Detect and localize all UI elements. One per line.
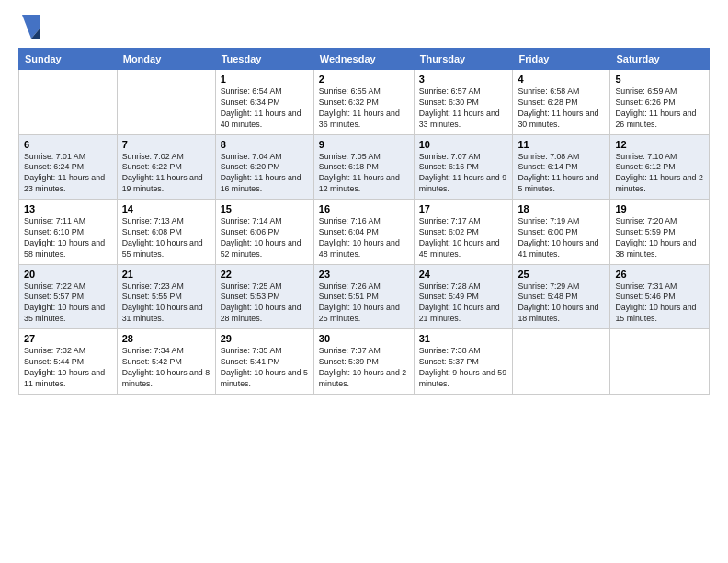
day-number: 9	[319, 139, 409, 150]
calendar-day-cell: 23Sunrise: 7:26 AM Sunset: 5:51 PM Dayli…	[313, 264, 414, 329]
calendar-day-cell: 26Sunrise: 7:31 AM Sunset: 5:46 PM Dayli…	[610, 264, 710, 329]
calendar-day-cell: 5Sunrise: 6:59 AM Sunset: 6:26 PM Daylig…	[610, 70, 710, 135]
day-number: 23	[319, 269, 409, 280]
calendar-day-cell: 22Sunrise: 7:25 AM Sunset: 5:53 PM Dayli…	[215, 264, 313, 329]
calendar-day-cell: 17Sunrise: 7:17 AM Sunset: 6:02 PM Dayli…	[414, 200, 513, 265]
calendar-day-cell: 12Sunrise: 7:10 AM Sunset: 6:12 PM Dayli…	[610, 134, 710, 200]
calendar-day-cell	[19, 70, 118, 135]
header-tuesday: Tuesday	[215, 49, 313, 70]
header-monday: Monday	[117, 49, 215, 70]
weekday-header-row: Sunday Monday Tuesday Wednesday Thursday…	[19, 49, 710, 70]
day-number: 18	[518, 203, 605, 214]
logo-icon	[22, 15, 40, 39]
day-info: Sunrise: 7:31 AM Sunset: 5:46 PM Dayligh…	[615, 282, 704, 326]
day-number: 3	[419, 74, 508, 85]
day-info: Sunrise: 7:08 AM Sunset: 6:14 PM Dayligh…	[518, 152, 605, 196]
calendar-table: Sunday Monday Tuesday Wednesday Thursday…	[18, 48, 710, 395]
header	[18, 15, 710, 39]
day-info: Sunrise: 7:37 AM Sunset: 5:39 PM Dayligh…	[319, 346, 409, 390]
calendar-day-cell: 24Sunrise: 7:28 AM Sunset: 5:49 PM Dayli…	[414, 264, 513, 329]
day-number: 19	[615, 203, 704, 214]
day-number: 30	[319, 333, 409, 344]
calendar-day-cell: 6Sunrise: 7:01 AM Sunset: 6:24 PM Daylig…	[19, 134, 118, 200]
header-thursday: Thursday	[414, 49, 513, 70]
day-info: Sunrise: 7:26 AM Sunset: 5:51 PM Dayligh…	[319, 282, 409, 326]
day-number: 31	[419, 333, 508, 344]
day-info: Sunrise: 7:35 AM Sunset: 5:41 PM Dayligh…	[221, 346, 309, 390]
day-number: 16	[319, 203, 409, 214]
day-info: Sunrise: 7:20 AM Sunset: 5:59 PM Dayligh…	[615, 216, 704, 260]
day-info: Sunrise: 7:02 AM Sunset: 6:22 PM Dayligh…	[122, 152, 210, 196]
logo	[18, 15, 40, 39]
calendar-day-cell: 25Sunrise: 7:29 AM Sunset: 5:48 PM Dayli…	[513, 264, 610, 329]
day-info: Sunrise: 6:59 AM Sunset: 6:26 PM Dayligh…	[615, 86, 704, 131]
calendar-body: 1Sunrise: 6:54 AM Sunset: 6:34 PM Daylig…	[19, 70, 710, 395]
calendar-day-cell: 31Sunrise: 7:38 AM Sunset: 5:37 PM Dayli…	[414, 329, 513, 395]
day-number: 7	[122, 139, 210, 150]
header-saturday: Saturday	[610, 49, 710, 70]
day-info: Sunrise: 6:54 AM Sunset: 6:34 PM Dayligh…	[221, 86, 309, 131]
calendar-day-cell: 15Sunrise: 7:14 AM Sunset: 6:06 PM Dayli…	[215, 200, 313, 265]
calendar-day-cell: 2Sunrise: 6:55 AM Sunset: 6:32 PM Daylig…	[313, 70, 414, 135]
day-info: Sunrise: 6:55 AM Sunset: 6:32 PM Dayligh…	[319, 86, 409, 131]
calendar-day-cell: 8Sunrise: 7:04 AM Sunset: 6:20 PM Daylig…	[215, 134, 313, 200]
calendar-day-cell: 13Sunrise: 7:11 AM Sunset: 6:10 PM Dayli…	[19, 200, 118, 265]
day-info: Sunrise: 7:05 AM Sunset: 6:18 PM Dayligh…	[319, 152, 409, 196]
calendar-day-cell: 27Sunrise: 7:32 AM Sunset: 5:44 PM Dayli…	[19, 329, 118, 395]
day-number: 6	[24, 139, 112, 150]
day-info: Sunrise: 7:10 AM Sunset: 6:12 PM Dayligh…	[615, 152, 704, 196]
calendar-day-cell: 19Sunrise: 7:20 AM Sunset: 5:59 PM Dayli…	[610, 200, 710, 265]
day-number: 25	[518, 269, 605, 280]
day-info: Sunrise: 7:01 AM Sunset: 6:24 PM Dayligh…	[24, 152, 112, 196]
calendar-day-cell	[610, 329, 710, 395]
day-info: Sunrise: 7:13 AM Sunset: 6:08 PM Dayligh…	[122, 216, 210, 260]
day-info: Sunrise: 7:16 AM Sunset: 6:04 PM Dayligh…	[319, 216, 409, 260]
day-number: 13	[24, 203, 112, 214]
day-number: 26	[615, 269, 704, 280]
calendar-day-cell	[117, 70, 215, 135]
day-number: 5	[615, 74, 704, 85]
day-info: Sunrise: 7:07 AM Sunset: 6:16 PM Dayligh…	[419, 152, 508, 196]
calendar-week-row: 27Sunrise: 7:32 AM Sunset: 5:44 PM Dayli…	[19, 329, 710, 395]
calendar-day-cell: 28Sunrise: 7:34 AM Sunset: 5:42 PM Dayli…	[117, 329, 215, 395]
day-number: 21	[122, 269, 210, 280]
calendar-day-cell: 4Sunrise: 6:58 AM Sunset: 6:28 PM Daylig…	[513, 70, 610, 135]
day-info: Sunrise: 7:22 AM Sunset: 5:57 PM Dayligh…	[24, 282, 112, 326]
calendar-day-cell: 1Sunrise: 6:54 AM Sunset: 6:34 PM Daylig…	[215, 70, 313, 135]
header-sunday: Sunday	[19, 49, 118, 70]
day-number: 20	[24, 269, 112, 280]
day-info: Sunrise: 6:57 AM Sunset: 6:30 PM Dayligh…	[419, 86, 508, 131]
day-info: Sunrise: 7:11 AM Sunset: 6:10 PM Dayligh…	[24, 216, 112, 260]
day-info: Sunrise: 7:25 AM Sunset: 5:53 PM Dayligh…	[221, 282, 309, 326]
day-number: 8	[221, 139, 309, 150]
calendar-day-cell: 30Sunrise: 7:37 AM Sunset: 5:39 PM Dayli…	[313, 329, 414, 395]
day-number: 1	[221, 74, 309, 85]
calendar-header: Sunday Monday Tuesday Wednesday Thursday…	[19, 49, 710, 70]
day-number: 15	[221, 203, 309, 214]
calendar-day-cell	[513, 329, 610, 395]
day-info: Sunrise: 6:58 AM Sunset: 6:28 PM Dayligh…	[518, 86, 605, 131]
day-info: Sunrise: 7:19 AM Sunset: 6:00 PM Dayligh…	[518, 216, 605, 260]
day-number: 27	[24, 333, 112, 344]
calendar-week-row: 13Sunrise: 7:11 AM Sunset: 6:10 PM Dayli…	[19, 200, 710, 265]
day-number: 12	[615, 139, 704, 150]
calendar-day-cell: 29Sunrise: 7:35 AM Sunset: 5:41 PM Dayli…	[215, 329, 313, 395]
day-number: 4	[518, 74, 605, 85]
day-number: 10	[419, 139, 508, 150]
day-number: 29	[221, 333, 309, 344]
calendar-day-cell: 14Sunrise: 7:13 AM Sunset: 6:08 PM Dayli…	[117, 200, 215, 265]
calendar-day-cell: 11Sunrise: 7:08 AM Sunset: 6:14 PM Dayli…	[513, 134, 610, 200]
day-number: 14	[122, 203, 210, 214]
calendar-day-cell: 21Sunrise: 7:23 AM Sunset: 5:55 PM Dayli…	[117, 264, 215, 329]
day-info: Sunrise: 7:34 AM Sunset: 5:42 PM Dayligh…	[122, 346, 210, 390]
calendar-day-cell: 9Sunrise: 7:05 AM Sunset: 6:18 PM Daylig…	[313, 134, 414, 200]
day-number: 28	[122, 333, 210, 344]
day-info: Sunrise: 7:04 AM Sunset: 6:20 PM Dayligh…	[221, 152, 309, 196]
day-number: 17	[419, 203, 508, 214]
calendar-day-cell: 10Sunrise: 7:07 AM Sunset: 6:16 PM Dayli…	[414, 134, 513, 200]
calendar-week-row: 1Sunrise: 6:54 AM Sunset: 6:34 PM Daylig…	[19, 70, 710, 135]
day-info: Sunrise: 7:29 AM Sunset: 5:48 PM Dayligh…	[518, 282, 605, 326]
day-number: 22	[221, 269, 309, 280]
calendar-day-cell: 3Sunrise: 6:57 AM Sunset: 6:30 PM Daylig…	[414, 70, 513, 135]
day-info: Sunrise: 7:23 AM Sunset: 5:55 PM Dayligh…	[122, 282, 210, 326]
